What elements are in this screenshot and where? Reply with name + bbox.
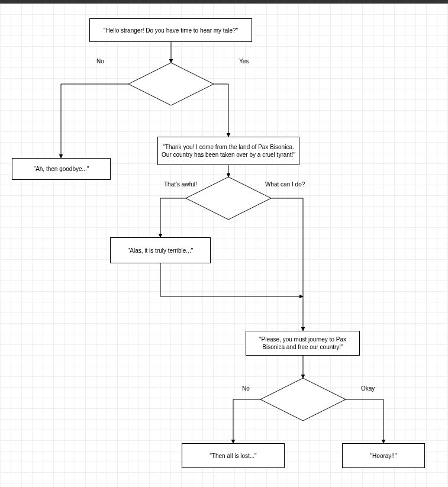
edge-d1-no: No [96,58,104,64]
node-please-text: "Please, you must journey to Pax Bisonic… [250,336,356,351]
node-thankyou-text: "Thank you! I come from the land of Pax … [162,143,295,159]
node-goodbye[interactable]: "Ah, then goodbye..." [12,158,111,180]
node-goodbye-text: "Ah, then goodbye..." [34,165,89,173]
node-alas-text: "Alas, it is truly terrible..." [128,247,193,254]
decision-2 [186,177,271,220]
node-lost-text: "Then all is lost..." [210,452,256,460]
edge-d3-okay: Okay [361,385,375,392]
node-intro[interactable]: "Hello stranger! Do you have time to hea… [89,18,252,42]
diagram-canvas[interactable]: "Hello stranger! Do you have time to hea… [0,4,448,487]
edge-d2-left: That's awful! [164,181,197,188]
node-hooray-text: "Hooray!!" [370,452,397,460]
node-hooray[interactable]: "Hooray!!" [342,443,425,468]
node-intro-text: "Hello stranger! Do you have time to hea… [104,27,238,34]
decision-3 [260,378,346,421]
node-alas[interactable]: "Alas, it is truly terrible..." [110,237,211,263]
node-please[interactable]: "Please, you must journey to Pax Bisonic… [246,331,360,356]
node-lost[interactable]: "Then all is lost..." [182,443,285,468]
decision-1 [128,63,214,105]
diagram-connectors [0,4,448,487]
node-thankyou[interactable]: "Thank you! I come from the land of Pax … [157,137,299,165]
edge-d3-no: No [242,385,250,392]
edge-d2-right: What can I do? [265,181,305,188]
edge-d1-yes: Yes [239,58,249,64]
